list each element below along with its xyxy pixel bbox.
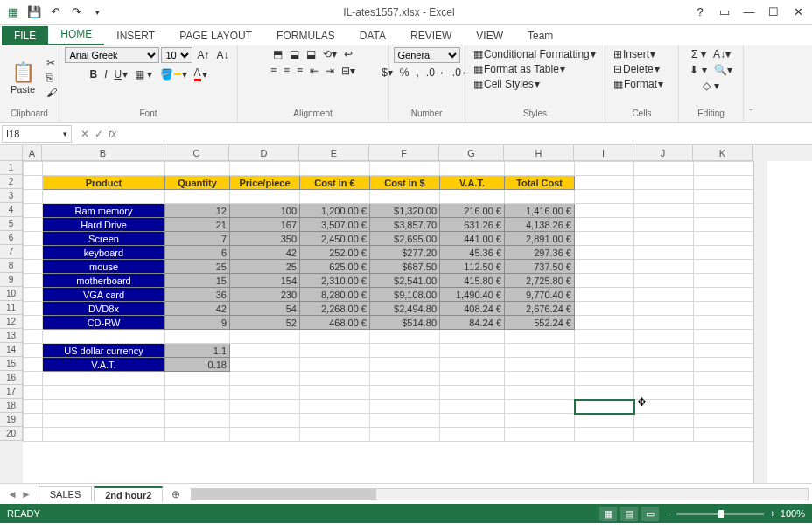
cell-A6[interactable] — [24, 232, 43, 246]
increase-decimal-icon[interactable]: .0→ — [424, 66, 448, 80]
cell-F19[interactable] — [370, 414, 440, 428]
cell-J10[interactable] — [634, 288, 694, 302]
cell-E13[interactable] — [300, 330, 370, 344]
cell-E9[interactable]: 2,310.00 € — [300, 274, 370, 288]
cell-K3[interactable] — [694, 190, 753, 204]
row-header-16[interactable]: 16 — [0, 371, 23, 385]
qat-dropdown-icon[interactable]: ▾ — [88, 3, 107, 22]
row-header-1[interactable]: 1 — [0, 161, 23, 175]
cell-G7[interactable]: 45.36 € — [440, 246, 505, 260]
tab-view[interactable]: VIEW — [464, 26, 515, 46]
tab-file[interactable]: FILE — [2, 26, 48, 46]
zoom-level[interactable]: 100% — [780, 508, 805, 519]
cell-G14[interactable] — [440, 344, 505, 358]
cell-F14[interactable] — [370, 344, 440, 358]
undo-icon[interactable]: ↶ — [46, 3, 65, 22]
cell-H11[interactable]: 2,676.24 € — [505, 302, 575, 316]
font-name-select[interactable]: Arial Greek — [65, 47, 159, 63]
cell-K19[interactable] — [694, 414, 753, 428]
cell-J1[interactable] — [634, 162, 694, 176]
cell-F1[interactable] — [370, 162, 440, 176]
cell-G5[interactable]: 631.26 € — [440, 218, 505, 232]
cell-J9[interactable] — [634, 274, 694, 288]
col-header-J[interactable]: J — [634, 145, 693, 161]
cell-F12[interactable]: $514.80 — [370, 316, 440, 330]
clear-icon[interactable]: ◇ ▾ — [700, 79, 721, 93]
cell-J5[interactable] — [634, 218, 694, 232]
tab-formulas[interactable]: FORMULAS — [264, 26, 347, 46]
row-header-5[interactable]: 5 — [0, 217, 23, 231]
sheet-nav-next-icon[interactable]: ► — [21, 488, 32, 500]
cell-I10[interactable] — [575, 288, 634, 302]
font-size-select[interactable]: 10 — [161, 47, 192, 63]
cell-E18[interactable] — [300, 400, 370, 414]
cell-B4[interactable]: Ram memory — [43, 204, 165, 218]
cell-B3[interactable] — [43, 190, 165, 204]
minimize-icon[interactable]: — — [740, 4, 758, 21]
cell-G10[interactable]: 1,490.40 € — [440, 288, 505, 302]
col-header-K[interactable]: K — [693, 145, 752, 161]
cell-E4[interactable]: 1,200.00 € — [300, 204, 370, 218]
row-header-13[interactable]: 13 — [0, 329, 23, 343]
cell-B20[interactable] — [43, 428, 165, 442]
cell-D9[interactable]: 154 — [230, 274, 300, 288]
tab-data[interactable]: DATA — [347, 26, 398, 46]
cell-F5[interactable]: $3,857.70 — [370, 218, 440, 232]
cell-F13[interactable] — [370, 330, 440, 344]
cell-A1[interactable] — [24, 162, 43, 176]
cell-E15[interactable] — [300, 358, 370, 372]
cell-F6[interactable]: $2,695.00 — [370, 232, 440, 246]
tab-insert[interactable]: INSERT — [104, 26, 167, 46]
cell-G11[interactable]: 408.24 € — [440, 302, 505, 316]
cell-D3[interactable] — [230, 190, 300, 204]
row-header-12[interactable]: 12 — [0, 315, 23, 329]
col-header-A[interactable]: A — [23, 145, 42, 161]
cell-G3[interactable] — [440, 190, 505, 204]
cell-E17[interactable] — [300, 386, 370, 400]
cell-F20[interactable] — [370, 428, 440, 442]
cell-K4[interactable] — [694, 204, 753, 218]
cell-C17[interactable] — [165, 386, 230, 400]
cell-C12[interactable]: 9 — [165, 316, 230, 330]
cell-I3[interactable] — [575, 190, 634, 204]
cell-J14[interactable] — [634, 344, 694, 358]
col-header-B[interactable]: B — [42, 145, 164, 161]
cell-H17[interactable] — [505, 386, 575, 400]
tab-team[interactable]: Team — [515, 26, 565, 46]
cell-A16[interactable] — [24, 372, 43, 386]
excel-icon[interactable]: ▦ — [4, 3, 23, 22]
cell-J4[interactable] — [634, 204, 694, 218]
help-icon[interactable]: ? — [691, 4, 709, 21]
cell-D7[interactable]: 42 — [230, 246, 300, 260]
cell-H10[interactable]: 9,770.40 € — [505, 288, 575, 302]
cell-G18[interactable] — [440, 400, 505, 414]
cell-J20[interactable] — [634, 428, 694, 442]
cell-K1[interactable] — [694, 162, 753, 176]
bold-button[interactable]: B — [87, 67, 100, 81]
row-header-6[interactable]: 6 — [0, 231, 23, 245]
comma-icon[interactable]: , — [414, 66, 422, 80]
cell-E14[interactable] — [300, 344, 370, 358]
cell-B5[interactable]: Hard Drive — [43, 218, 165, 232]
cell-H15[interactable] — [505, 358, 575, 372]
view-page-break-icon[interactable]: ▭ — [641, 507, 659, 521]
cell-B10[interactable]: VGA card — [43, 288, 165, 302]
cell-H8[interactable]: 737.50 € — [505, 260, 575, 274]
cell-G16[interactable] — [440, 372, 505, 386]
percent-icon[interactable]: % — [397, 66, 412, 80]
cell-I9[interactable] — [575, 274, 634, 288]
col-header-H[interactable]: H — [504, 145, 574, 161]
cell-A3[interactable] — [24, 190, 43, 204]
cell-K11[interactable] — [694, 302, 753, 316]
vertical-scrollbar[interactable] — [753, 161, 767, 483]
cell-K17[interactable] — [694, 386, 753, 400]
cell-J19[interactable] — [634, 414, 694, 428]
find-select-icon[interactable]: 🔍▾ — [711, 63, 735, 77]
cell-D19[interactable] — [230, 414, 300, 428]
cell-E16[interactable] — [300, 372, 370, 386]
merge-center-icon[interactable]: ⊟▾ — [339, 64, 358, 78]
cell-B9[interactable]: motherboard — [43, 274, 165, 288]
cell-B13[interactable] — [43, 330, 165, 344]
row-header-18[interactable]: 18 — [0, 399, 23, 413]
cell-K7[interactable] — [694, 246, 753, 260]
